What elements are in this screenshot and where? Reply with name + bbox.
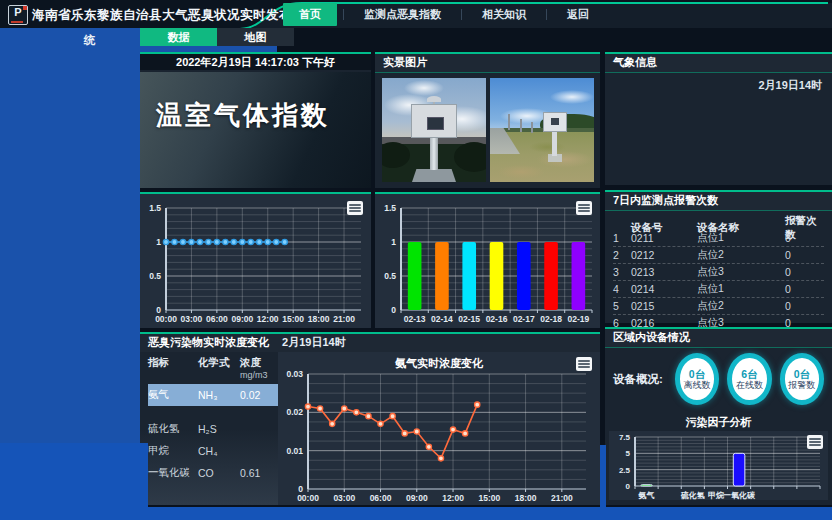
svg-text:02-14: 02-14: [431, 314, 453, 324]
odor-panel-head: 恶臭污染物实时浓度变化 2月19日14时: [140, 334, 600, 353]
svg-text:18:00: 18:00: [515, 493, 537, 503]
svg-text:18:00: 18:00: [308, 314, 330, 324]
svg-text:0.02: 0.02: [286, 407, 303, 417]
alarm-cell: 2: [613, 249, 631, 261]
greenhouse-index-panel: 2022年2月19日 14:17:03 下午好 温室气体指数: [140, 52, 371, 188]
greenhouse-line-chart: 00.511.500:0003:0006:0009:0012:0015:0018…: [140, 194, 371, 328]
alarm-cell: 点位2: [697, 248, 785, 262]
svg-text:0.03: 0.03: [286, 369, 303, 379]
odor-col-2: 浓度mg/m3: [240, 356, 278, 380]
photo2-fence-post: [508, 114, 510, 130]
device-overview-label: 设备概况:: [613, 372, 663, 387]
alarm-cell: 3: [613, 266, 631, 278]
greenhouse-line-chart-panel: 00.511.500:0003:0006:0009:0012:0015:0018…: [140, 192, 371, 328]
station-photo-2[interactable]: [490, 78, 594, 182]
chart-menu-icon[interactable]: [576, 201, 592, 215]
nav-item-3[interactable]: 返回: [553, 7, 603, 22]
nav-item-1[interactable]: 监测点恶臭指数: [350, 7, 455, 22]
odor-panel-date: 2月19日14时: [282, 336, 346, 348]
svg-text:09:00: 09:00: [406, 493, 428, 503]
alarm-row-3: 40214点位10: [613, 281, 824, 298]
odor-value: 0.02: [240, 389, 278, 401]
scene-photos-title: 实景图片: [375, 54, 600, 73]
svg-text:0: 0: [391, 305, 396, 315]
factor-bar-chart: 02.557.5氨气硫化氢甲烷一氧化碳: [609, 431, 828, 500]
factor-chart-area: 02.557.5氨气硫化氢甲烷一氧化碳: [609, 431, 828, 500]
current-datetime: 2022年2月19日 14:17:03 下午好: [140, 54, 371, 70]
alarm-row-1: 20212点位20: [613, 247, 824, 264]
photo1-monitor-box: [411, 104, 457, 138]
weather-title: 气象信息: [605, 54, 832, 73]
svg-text:硫化氢: 硫化氢: [680, 491, 705, 500]
svg-text:0.01: 0.01: [286, 446, 303, 456]
chart-menu-icon[interactable]: [347, 201, 363, 215]
nav-item-2[interactable]: 相关知识: [468, 7, 540, 22]
nav-separator: [546, 9, 547, 20]
photo1-pole: [430, 134, 438, 170]
photo2-monitor-box: [543, 112, 567, 132]
chart-menu-icon[interactable]: [807, 435, 823, 449]
svg-text:2.5: 2.5: [619, 466, 631, 475]
station-photo-1[interactable]: [382, 78, 486, 182]
alarm-table-header: 设备号设备名称报警次数: [613, 214, 824, 230]
svg-text:1.5: 1.5: [149, 203, 161, 213]
chart-menu-icon[interactable]: [576, 357, 592, 371]
odor-table: 指标化学式浓度mg/m3氨气NH₃0.02硫化氢H₂S甲烷CH₄一氧化碳CO0.…: [140, 352, 278, 505]
odor-name: 硫化氢: [148, 422, 198, 436]
odor-name: 一氧化碳: [148, 466, 198, 480]
odor-panel-title: 恶臭污染物实时浓度变化: [148, 336, 269, 348]
odor-formula: CO: [198, 467, 240, 479]
weather-panel: 气象信息 2月19日14时: [605, 52, 832, 185]
alarm-count-title: 7日内监测点报警次数: [605, 192, 832, 211]
odor-row-甲烷[interactable]: 甲烷CH₄: [148, 440, 278, 462]
odor-col-unit: mg/m3: [240, 370, 278, 380]
scene-photos-panel: 实景图片: [375, 52, 600, 188]
area-devices-title: 区域内设备情况: [605, 329, 832, 348]
photo1-cloud: [404, 80, 444, 96]
photo2-fence-post: [520, 119, 522, 132]
alarm-row-4: 50215点位20: [613, 298, 824, 315]
device-stat-label: 报警数: [788, 380, 815, 391]
dashboard-root: P 海南省乐东黎族自治县大气恶臭状况实时发布系 首页监测点恶臭指数相关知识返回 …: [0, 0, 832, 520]
greenhouse-banner-title: 温室气体指数: [156, 98, 330, 133]
svg-text:1: 1: [391, 237, 396, 247]
alarm-cell: 0215: [631, 300, 697, 312]
photo-row: [382, 78, 594, 182]
svg-text:06:00: 06:00: [370, 493, 392, 503]
svg-text:02-15: 02-15: [458, 314, 480, 324]
odor-name: 氨气: [148, 388, 198, 402]
alarm-cell: 4: [613, 283, 631, 295]
nav-item-0[interactable]: 首页: [283, 3, 337, 26]
alarm-cell: 0212: [631, 249, 697, 261]
odor-table-header: 指标化学式浓度mg/m3: [148, 356, 278, 382]
photo2-monitor-screen: [551, 118, 559, 125]
alarm-cell: 点位1: [697, 231, 785, 245]
page-title: 海南省乐东黎族自治县大气恶臭状况实时发布系: [32, 7, 305, 24]
device-stat-label: 离线数: [684, 380, 711, 391]
tab-0[interactable]: 数据: [140, 28, 217, 46]
factor-analysis-title: 污染因子分析: [605, 415, 832, 430]
main-nav: 首页监测点恶臭指数相关知识返回: [283, 0, 603, 28]
svg-text:21:00: 21:00: [333, 314, 355, 324]
svg-text:12:00: 12:00: [442, 493, 464, 503]
odor-row-硫化氢[interactable]: 硫化氢H₂S: [148, 418, 278, 440]
tab-1[interactable]: 地图: [217, 28, 294, 46]
tab-underlay-strip: [140, 46, 277, 52]
alarm-cell: 0: [785, 283, 824, 295]
device-stat-value: 0台: [689, 368, 705, 380]
title-overflow-char: 统: [84, 33, 96, 48]
ammonia-line-chart: 00.010.020.0300:0003:0006:0009:0012:0015…: [278, 352, 600, 505]
logo-red-mark: [23, 6, 27, 10]
photo2-pole: [552, 130, 557, 156]
odor-col-0: 指标: [148, 356, 198, 370]
alarm-cell: 1: [613, 232, 631, 244]
odor-row-一氧化碳[interactable]: 一氧化碳CO0.61: [148, 462, 278, 484]
svg-text:15:00: 15:00: [478, 493, 500, 503]
alarm-cell: 点位2: [697, 299, 785, 313]
daily-index-bar-chart: 00.511.502-1302-1402-1502-1602-1702-1802…: [375, 194, 600, 328]
greenhouse-banner: 温室气体指数: [140, 72, 371, 188]
svg-text:09:00: 09:00: [231, 314, 253, 324]
odor-row-氨气[interactable]: 氨气NH₃0.02: [148, 384, 278, 406]
logo-red-text: [11, 21, 23, 23]
svg-text:03:00: 03:00: [181, 314, 203, 324]
